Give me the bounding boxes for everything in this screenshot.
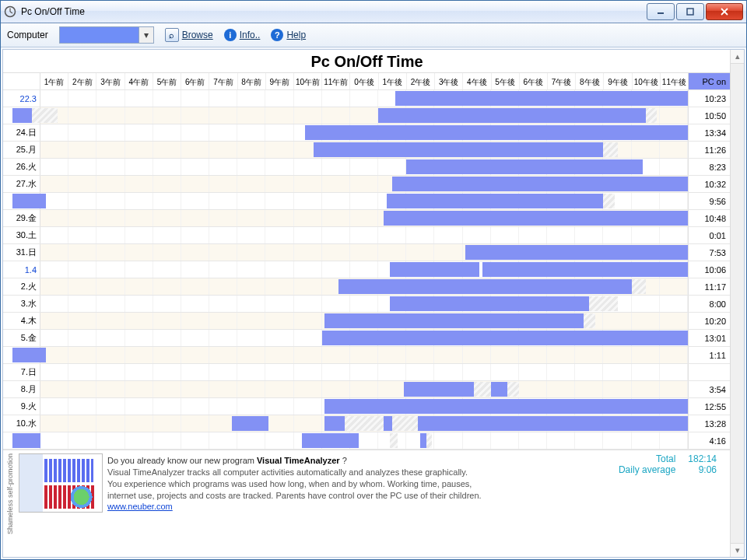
pc-on-value: 10:20 <box>688 313 731 329</box>
timeline-row: 7.日 <box>3 364 731 381</box>
day-label: 30.土 <box>3 227 40 243</box>
vertical-scrollbar[interactable] <box>730 50 744 557</box>
hour-label: 1午後 <box>379 73 407 89</box>
browse-icon: ⌕ <box>165 28 179 42</box>
pc-on-value: 10:32 <box>688 176 731 192</box>
totals: Total 182:14 Daily average 9:06 <box>619 453 717 534</box>
idle-bar <box>345 416 384 431</box>
content-area: Pc On/Off Time 1午前2午前3午前4午前5午前6午前7午前8午前9… <box>3 50 744 557</box>
on-bar <box>12 433 40 448</box>
usage-bars <box>40 331 688 345</box>
timeline-row: 8.月3:54 <box>3 381 731 398</box>
timeline-grid: 1午前2午前3午前4午前5午前6午前7午前8午前9午前10午前11午前0午後1午… <box>3 72 731 450</box>
usage-bars <box>40 433 688 448</box>
timeline-row: 2.火11:17 <box>3 278 731 296</box>
timeline-row: 4.木10:20 <box>3 313 731 330</box>
usage-bars <box>40 194 688 208</box>
on-bar <box>324 313 584 328</box>
hour-label: 2午後 <box>407 73 435 89</box>
promo-text: Do you already know our new program Visu… <box>107 453 614 534</box>
timeline-header: 1午前2午前3午前4午前5午前6午前7午前8午前9午前10午前11午前0午後1午… <box>3 73 731 90</box>
help-button[interactable]: ? Help <box>271 29 306 41</box>
hour-label: 11午前 <box>322 73 350 89</box>
page-title: Pc On/Off Time <box>3 53 731 71</box>
main-panel: Pc On/Off Time 1午前2午前3午前4午前5午前6午前7午前8午前9… <box>2 49 745 558</box>
day-label: 31.日 <box>3 244 40 261</box>
promo-link[interactable]: www.neuber.com <box>107 502 173 511</box>
on-bar <box>387 194 604 208</box>
footer: Shameless self-promotion Do you already … <box>3 450 731 537</box>
hour-label: 10午前 <box>294 73 322 89</box>
hour-label: 10午後 <box>633 73 661 89</box>
on-bar <box>491 382 508 397</box>
timeline-row: 22.310:23 <box>3 90 731 107</box>
browse-button[interactable]: ⌕ Browse <box>165 28 213 42</box>
window-title: Pc On/Off Time <box>21 6 645 17</box>
computer-label: Computer <box>7 30 48 40</box>
close-button[interactable] <box>706 3 743 20</box>
maximize-button[interactable] <box>676 3 704 20</box>
on-bar <box>384 416 392 431</box>
titlebar: Pc On/Off Time <box>1 1 746 23</box>
pc-on-header: PC on <box>688 73 731 89</box>
on-bar <box>338 279 631 294</box>
pc-on-value: 10:50 <box>688 107 731 124</box>
on-bar <box>305 125 688 140</box>
timeline-row: 30.土0:01 <box>3 227 731 244</box>
idle-bar <box>589 296 617 311</box>
hour-label: 7午前 <box>209 73 237 89</box>
day-label: 29.金 <box>3 210 40 226</box>
timeline-row: 23.土10:50 <box>3 107 731 124</box>
hour-label: 1午前 <box>40 73 68 89</box>
hour-label: 6午前 <box>181 73 209 89</box>
timeline-row: 10.水13:28 <box>3 415 731 432</box>
help-icon: ? <box>271 29 283 41</box>
pc-on-value: 11:26 <box>688 142 731 158</box>
day-label: 2.火 <box>3 278 40 295</box>
on-bar <box>384 211 688 226</box>
usage-bars <box>40 142 688 157</box>
svg-rect-4 <box>687 9 693 15</box>
hour-label: 2午前 <box>68 73 96 89</box>
usage-bars <box>40 108 688 123</box>
idle-bar <box>390 433 398 448</box>
on-bar <box>406 159 643 174</box>
timeline-row: 26.火8:23 <box>3 159 731 176</box>
usage-bars <box>40 348 688 362</box>
on-bar <box>324 416 344 431</box>
avg-label: Daily average <box>619 464 675 475</box>
minimize-button[interactable] <box>647 3 675 20</box>
on-bar <box>314 142 604 157</box>
pc-on-value: 10:06 <box>688 261 731 278</box>
header-day-label <box>3 73 40 89</box>
day-label: 10.水 <box>3 415 40 432</box>
info-button[interactable]: i Info.. <box>224 29 261 41</box>
hour-label: 11午後 <box>661 73 688 89</box>
usage-bars <box>40 159 688 174</box>
usage-bars <box>40 245 688 260</box>
info-icon: i <box>224 29 237 41</box>
on-bar <box>395 91 688 106</box>
on-bar <box>12 348 46 362</box>
on-bar <box>418 416 688 431</box>
usage-bars <box>40 228 688 243</box>
hour-label: 3午前 <box>96 73 124 89</box>
hour-label: 3午後 <box>435 73 463 89</box>
on-bar <box>404 382 474 397</box>
pc-on-value: 12:55 <box>688 398 731 415</box>
timeline-row: 6.土1:11 <box>3 347 731 364</box>
pc-on-value: 11:17 <box>688 278 731 295</box>
on-bar <box>378 108 646 123</box>
idle-bar <box>507 382 518 397</box>
timeline-row: 1.410:06 <box>3 261 731 278</box>
day-label: 9.火 <box>3 398 40 415</box>
idle-bar <box>603 142 617 157</box>
window-buttons <box>645 3 743 20</box>
app-window: Pc On/Off Time Computer ⌕ Browse i Info.… <box>0 0 747 560</box>
idle-bar <box>426 433 432 448</box>
day-label: 8.月 <box>3 381 40 397</box>
hour-label: 7午後 <box>548 73 576 89</box>
pc-on-value: 13:01 <box>688 330 731 346</box>
hour-label: 4午後 <box>463 73 491 89</box>
computer-combo[interactable] <box>59 26 154 44</box>
